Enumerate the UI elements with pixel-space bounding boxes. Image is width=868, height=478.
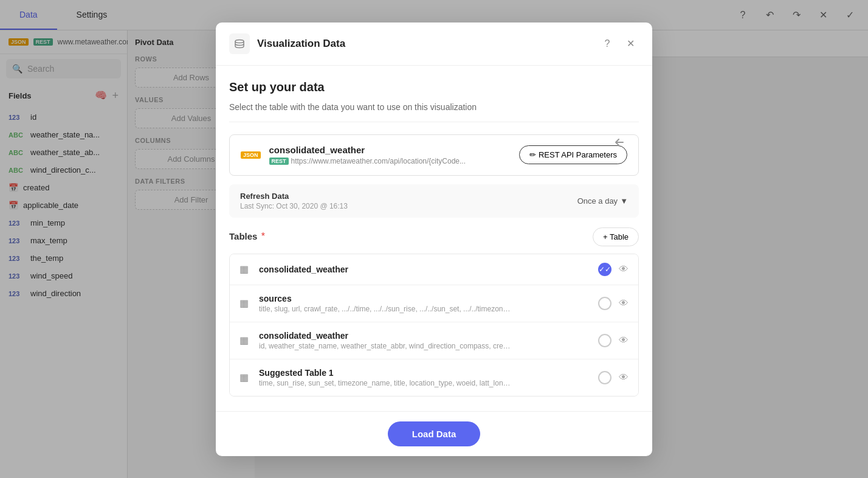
table-row-name: Suggested Table 1	[259, 368, 591, 378]
datasource-url-row: REST https://www.metaweather.com/api/loc…	[269, 157, 511, 165]
load-data-label: Load Data	[412, 429, 456, 439]
table-row: ▦ Suggested Table 1 time, sun_rise, sun_…	[230, 359, 638, 396]
datasource-name: consolidated_weather	[269, 145, 511, 155]
table-row-info: sources title, slug, url, crawl_rate, ..…	[259, 294, 591, 313]
refresh-subtitle: Last Sync: Oct 30, 2020 @ 16:13	[240, 202, 348, 210]
modal-title: Visualization Data	[257, 38, 599, 50]
api-params-button[interactable]: ✏ REST API Parameters	[519, 145, 627, 164]
table-row-actions: 👁	[598, 371, 629, 384]
datasource-json-badge: JSON	[241, 151, 261, 159]
tables-header: Tables * + Table	[229, 227, 639, 246]
datasource-rest-badge: REST	[269, 158, 289, 165]
table-row-actions: 👁	[598, 334, 629, 347]
table-row-fields: time, sun_rise, sun_set, timezone_name, …	[259, 379, 514, 387]
table-row: ▦ sources title, slug, url, crawl_rate, …	[230, 285, 638, 322]
table-row-actions: 👁	[598, 297, 629, 310]
datasource-card: JSON consolidated_weather REST https://w…	[229, 134, 639, 176]
table-list: ▦ consolidated_weather ✓ 👁 ▦ sources tit…	[229, 254, 639, 397]
table-row-info: Suggested Table 1 time, sun_rise, sun_se…	[259, 368, 591, 387]
tables-label: Tables	[229, 231, 257, 241]
table-eye-icon[interactable]: 👁	[619, 264, 629, 275]
table-row-fields: title, slug, url, crawl_rate, .../../tim…	[259, 305, 514, 313]
table-grid-icon: ▦	[239, 263, 252, 275]
table-row-fields: id, weather_state_name, weather_state_ab…	[259, 342, 514, 350]
add-table-button[interactable]: + Table	[593, 227, 639, 246]
table-row-actions: ✓ 👁	[598, 263, 629, 276]
refresh-info: Refresh Data Last Sync: Oct 30, 2020 @ 1…	[240, 192, 348, 210]
database-icon	[234, 38, 245, 49]
refresh-frequency-select[interactable]: Once a day ▼	[577, 196, 628, 206]
modal-header-icon	[229, 33, 250, 54]
modal-header: Visualization Data ? ✕	[216, 23, 652, 66]
table-grid-icon: ▦	[239, 297, 252, 309]
table-eye-icon[interactable]: 👁	[619, 298, 629, 309]
table-select-radio[interactable]	[598, 371, 611, 384]
table-row: ▦ consolidated_weather ✓ 👁	[230, 254, 638, 285]
refresh-chevron-icon: ▼	[620, 196, 628, 206]
setup-title: Set up your data	[229, 80, 639, 94]
modal-overlay: Visualization Data ? ✕ Set up your data …	[0, 0, 868, 478]
table-grid-icon: ▦	[239, 334, 252, 346]
svg-point-0	[235, 40, 244, 43]
table-eye-icon[interactable]: 👁	[619, 372, 629, 383]
table-row-name: consolidated_weather	[259, 331, 591, 341]
setup-description: Select the table with the data you want …	[229, 102, 639, 122]
table-select-radio[interactable]: ✓	[598, 263, 611, 276]
modal-footer: Load Data	[216, 411, 652, 456]
table-select-radio[interactable]	[598, 334, 611, 347]
load-data-button[interactable]: Load Data	[388, 421, 481, 446]
table-select-radio[interactable]	[598, 297, 611, 310]
tables-label-row: Tables *	[229, 231, 265, 242]
api-params-label: ✏ REST API Parameters	[529, 150, 617, 159]
refresh-title: Refresh Data	[240, 192, 348, 201]
back-icon[interactable]	[612, 136, 625, 152]
refresh-frequency-value: Once a day	[577, 196, 618, 206]
table-row-name: sources	[259, 294, 591, 303]
modal-help-icon[interactable]: ?	[599, 35, 616, 52]
datasource-url-text: https://www.metaweather.com/api/location…	[291, 157, 466, 165]
add-table-label: + Table	[603, 232, 629, 241]
table-eye-icon[interactable]: 👁	[619, 335, 629, 346]
table-row: ▦ consolidated_weather id, weather_state…	[230, 322, 638, 359]
table-row-info: consolidated_weather id, weather_state_n…	[259, 331, 591, 350]
modal-header-actions: ? ✕	[599, 35, 639, 52]
modal-close-icon[interactable]: ✕	[622, 35, 639, 52]
refresh-row: Refresh Data Last Sync: Oct 30, 2020 @ 1…	[229, 184, 639, 218]
visualization-data-modal: Visualization Data ? ✕ Set up your data …	[216, 23, 652, 456]
table-grid-icon: ▦	[239, 372, 252, 383]
datasource-info: consolidated_weather REST https://www.me…	[269, 145, 511, 165]
table-row-info: consolidated_weather	[259, 265, 591, 274]
table-row-name: consolidated_weather	[259, 265, 591, 274]
modal-body: Set up your data Select the table with t…	[216, 66, 652, 411]
required-indicator: *	[261, 231, 265, 241]
